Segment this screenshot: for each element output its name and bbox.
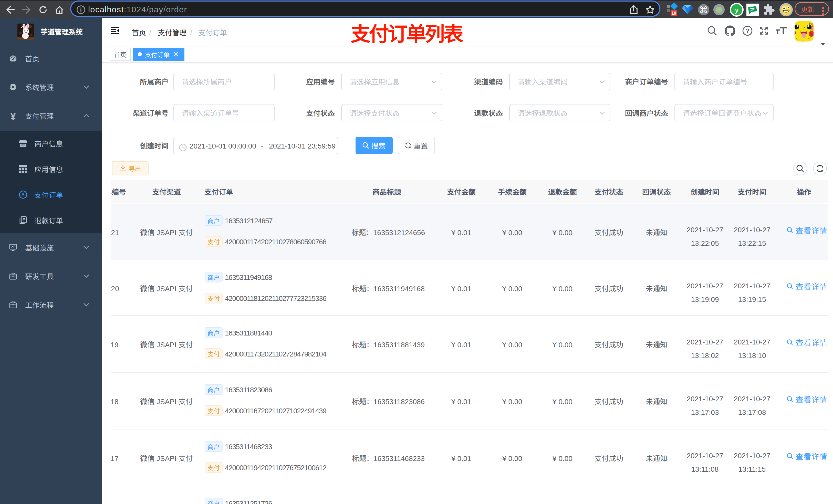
svg-text:¥: ¥ (22, 191, 25, 198)
svg-text:y: y (735, 5, 739, 14)
svg-text:?: ? (746, 26, 749, 35)
svg-text:10: 10 (671, 9, 676, 16)
